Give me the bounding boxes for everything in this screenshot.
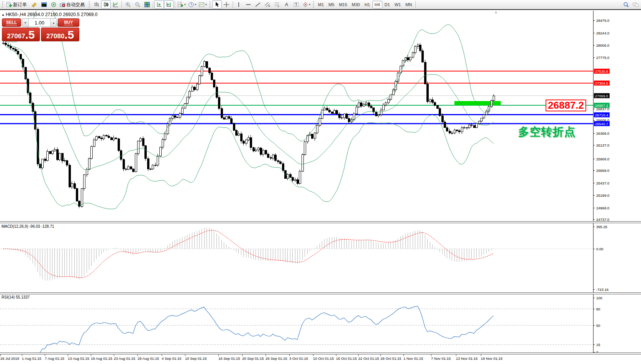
main-chart-panel [0,0,593,209]
rsi-panel [0,306,593,353]
templates-button[interactable]: ▾ [197,0,208,9]
panel-divider[interactable] [0,292,641,294]
time-axis-label: 13 Aug 01:15 [68,356,89,361]
tab-timeframe-m30[interactable]: M30 [349,1,362,8]
tab-timeframe-h4[interactable]: H4 [372,1,382,8]
tab-timeframe-m1[interactable]: M1 [316,1,326,8]
svg-text:F: F [278,5,279,8]
tab-timeframe-mn[interactable]: MN [403,1,414,8]
volume-increase-button[interactable]: ▲ [50,19,57,26]
price-axis-tick [593,45,595,46]
cursor-button[interactable] [212,0,222,9]
signal-icon [51,2,57,8]
tab-timeframe-m5[interactable]: M5 [326,1,336,8]
time-axis-tick [218,354,219,356]
line-chart-button[interactable] [111,0,120,9]
price-axis-label: 28244.0 [596,31,609,35]
bar-chart-button[interactable] [92,0,101,9]
crosshair-button[interactable] [222,0,231,9]
tile-windows-icon [144,2,150,8]
tab-timeframe-m15[interactable]: M15 [337,1,349,8]
periods-button[interactable]: ▾ [187,0,198,9]
candlestick-chart-button[interactable] [101,0,111,9]
zoom-out-button[interactable] [133,0,142,9]
toolbar-separator [121,1,122,8]
zoom-in-button[interactable] [123,0,133,9]
panel-divider[interactable] [0,353,641,354]
volume-decrease-button[interactable]: ▼ [22,19,29,26]
text-button[interactable]: A [282,0,292,9]
time-axis-tick [289,354,290,356]
svg-text:T: T [295,3,297,7]
tab-timeframe-d1[interactable]: D1 [382,1,392,8]
price-axis-label: 28475.0 [596,18,609,23]
indicators-button[interactable]: ▾ [176,0,187,9]
symbol-marker-icon: ▲ [2,13,5,16]
equidistant-channel-icon: E [264,2,270,8]
time-axis-tick [380,354,381,356]
turning-point-annotation[interactable]: 多空转折点 [518,124,575,140]
equidistant-channel-button[interactable]: E [263,0,272,9]
main-toolbar: 新订单 自动交易 [0,0,641,10]
tile-windows-button[interactable] [142,0,152,9]
chart-canvas[interactable] [0,0,593,364]
signal-button[interactable] [49,0,58,9]
sell-button[interactable]: SELL [2,18,21,27]
price-axis-label: 25668.0 [596,168,609,173]
periods-clock-icon [188,2,194,8]
volume-input[interactable]: 1.00 [29,19,50,26]
auto-scroll-button[interactable] [154,0,164,9]
price-axis-tick [593,120,595,121]
toolbar-separator [175,1,175,8]
search-button[interactable] [621,0,631,9]
sell-price-button[interactable]: 27067.5 [2,28,40,41]
tab-timeframe-w1[interactable]: W1 [392,1,403,8]
volume-stepper: ▼ 1.00 ▲ [22,18,57,27]
macd-axis-label: 0.00 [596,247,603,251]
chart-window-icon [41,2,47,8]
time-axis-label: 10 Sep 01:15 [185,356,207,361]
price-axis-tick [593,183,595,183]
fibonacci-button[interactable]: F [272,0,282,9]
chevron-down-icon: ▾ [309,3,311,6]
chat-button[interactable] [631,0,640,9]
chart-scroll-indicator-icon: ▼ [494,11,498,15]
time-axis-label: 29 Aug 01:15 [138,356,159,361]
toolbar-separator [415,1,416,8]
new-order-button[interactable]: 新订单 [5,0,30,9]
time-axis-label: 7 Nov 01:15 [431,356,451,361]
indicators-icon [177,2,184,8]
price-axis-tick [593,208,595,208]
trend-line-button[interactable] [253,0,263,9]
eraser-button[interactable] [30,0,39,9]
price-axis-tick [593,145,595,145]
time-axis-tick [242,354,243,356]
price-axis-label: 25199.0 [596,193,609,198]
price-axis-tick [593,33,595,33]
cursor-icon [214,2,220,8]
chart-shift-button[interactable] [164,0,174,9]
tab-timeframe-h1[interactable]: H1 [362,1,372,8]
text-label-button[interactable]: T [292,0,301,9]
rsi-indicator-label: RSI(14) 55.1337 [2,295,30,299]
zoom-out-icon [134,2,141,8]
time-axis-label: 20 Sep 01:15 [242,356,264,361]
price-axis-line [593,11,593,354]
buy-button[interactable]: BUY [58,18,79,27]
horizontal-line-button[interactable] [244,0,253,9]
auto-trading-button[interactable]: 自动交易 [58,0,87,9]
time-axis-tick [358,354,359,356]
macd-indicator-label: MACD(12,26,9) -96.03 -128.71 [2,224,54,229]
arrows-button[interactable]: ▾ [301,0,312,9]
buy-price-button[interactable]: 27080.5 [41,28,79,41]
price-axis-tick [593,57,595,58]
price-level-callout[interactable]: 26887.2 [546,100,586,111]
arrows-icon [302,2,308,8]
time-axis-label: 26 Sep 01:15 [266,356,287,361]
time-axis-label: 1 Aug 01:15 [22,356,41,361]
vertical-line-button[interactable] [234,0,244,9]
chat-icon [632,2,639,8]
chart-window-button[interactable] [39,0,49,9]
search-icon [623,2,629,8]
panel-divider[interactable] [0,221,641,223]
